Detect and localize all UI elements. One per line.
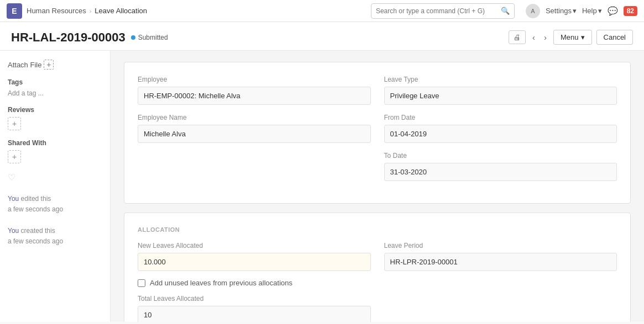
leave-period-input[interactable]: HR-LPR-2019-00001 [384, 253, 617, 271]
new-leaves-group: New Leaves Allocated 10.000 Add unused l… [138, 242, 371, 322]
add-review-button[interactable]: + [8, 117, 21, 130]
activity-actor-1: You [8, 195, 19, 203]
employee-label: Employee [138, 76, 371, 83]
add-unused-checkbox[interactable] [138, 279, 145, 287]
status-badge: Submitted [131, 34, 168, 41]
allocation-card: ALLOCATION New Leaves Allocated 10.000 A… [124, 213, 631, 322]
cancel-button[interactable]: Cancel [596, 30, 633, 45]
search-input[interactable] [376, 7, 498, 15]
add-unused-label: Add unused leaves from previous allocati… [150, 279, 292, 287]
to-date-group: To Date 31-03-2020 [384, 152, 617, 181]
tags-title: Tags [8, 78, 102, 86]
add-shared-button[interactable]: + [8, 150, 21, 163]
menu-button[interactable]: Menu ▾ [553, 30, 592, 45]
main-form-card: Employee HR-EMP-00002: Michelle Alva Lea… [124, 62, 631, 204]
breadcrumb: Human Resources › Leave Allocation [27, 7, 147, 15]
leave-type-label: Leave Type [384, 76, 617, 83]
breadcrumb-chevron-1: › [90, 8, 92, 14]
total-leaves-input: 10 [138, 306, 371, 322]
breadcrumb-current: Leave Allocation [95, 7, 147, 15]
attach-plus-icon[interactable]: + [44, 60, 54, 70]
page-header-left: HR-LAL-2019-00003 Submitted [11, 30, 168, 45]
heart-icon[interactable]: ♡ [8, 173, 15, 182]
activity-item-2: You created this a few seconds ago [8, 226, 102, 247]
status-dot [131, 35, 135, 40]
from-date-label: From Date [384, 114, 617, 121]
empty-group [138, 152, 371, 181]
main-layout: Attach File + Tags Add a tag ... Reviews… [0, 51, 644, 322]
content-area: Employee HR-EMP-00002: Michelle Alva Lea… [111, 51, 644, 322]
activity-time-1: a few seconds ago [8, 205, 63, 213]
activity-action-2: created this [21, 227, 55, 235]
leave-type-group: Leave Type Privilege Leave [384, 76, 617, 105]
reviews-title: Reviews [8, 106, 102, 114]
total-leaves-label: Total Leaves Allocated [138, 295, 371, 302]
page-header: HR-LAL-2019-00003 Submitted 🖨 ‹ › Menu ▾… [0, 22, 644, 51]
heart-icon-container: ♡ [8, 172, 102, 183]
page-header-right: 🖨 ‹ › Menu ▾ Cancel [509, 30, 633, 45]
new-leaves-label: New Leaves Allocated [138, 242, 371, 249]
topnav-right: A Settings ▾ Help ▾ 💬 82 [526, 4, 637, 18]
new-leaves-input[interactable]: 10.000 [138, 253, 371, 271]
status-text: Submitted [138, 34, 168, 41]
menu-chevron-icon: ▾ [581, 33, 585, 41]
activity-item-1: You edited this a few seconds ago [8, 194, 102, 215]
prev-button[interactable]: ‹ [530, 30, 537, 44]
activity-actor-2: You [8, 227, 19, 235]
form-row-1: Employee HR-EMP-00002: Michelle Alva Lea… [138, 76, 617, 105]
add-tag-button[interactable]: Add a tag ... [8, 89, 102, 97]
leave-period-label: Leave Period [384, 242, 617, 249]
tags-section: Tags Add a tag ... [8, 78, 102, 97]
avatar: A [526, 4, 540, 18]
activity-time-2: a few seconds ago [8, 237, 63, 245]
employee-name-group: Employee Name Michelle Alva [138, 114, 371, 143]
help-button[interactable]: Help ▾ [582, 7, 602, 15]
search-bar[interactable]: 🔍 [371, 3, 515, 19]
topnav: E Human Resources › Leave Allocation 🔍 A… [0, 0, 644, 22]
notifications-icon[interactable]: 💬 [608, 6, 618, 16]
reviews-section: Reviews + [8, 106, 102, 130]
search-icon: 🔍 [501, 7, 510, 15]
breadcrumb-parent[interactable]: Human Resources [27, 7, 86, 15]
to-date-input[interactable]: 31-03-2020 [384, 163, 617, 181]
page-title: HR-LAL-2019-00003 [11, 30, 125, 45]
employee-input[interactable]: HR-EMP-00002: Michelle Alva [138, 87, 371, 105]
form-row-2: Employee Name Michelle Alva From Date 01… [138, 114, 617, 143]
employee-group: Employee HR-EMP-00002: Michelle Alva [138, 76, 371, 105]
allocation-section-title: ALLOCATION [138, 226, 617, 233]
shared-with-title: Shared With [8, 139, 102, 147]
notification-badge[interactable]: 82 [624, 6, 637, 16]
activity-log: You edited this a few seconds ago You cr… [8, 194, 102, 247]
leave-period-group: Leave Period HR-LPR-2019-00001 [384, 242, 617, 322]
employee-name-input[interactable]: Michelle Alva [138, 125, 371, 143]
attach-file-label: Attach File [8, 61, 41, 69]
sidebar: Attach File + Tags Add a tag ... Reviews… [0, 51, 111, 322]
allocation-row-1: New Leaves Allocated 10.000 Add unused l… [138, 242, 617, 322]
from-date-group: From Date 01-04-2019 [384, 114, 617, 143]
settings-button[interactable]: Settings ▾ [546, 7, 577, 15]
next-button[interactable]: › [542, 30, 549, 44]
add-unused-row: Add unused leaves from previous allocati… [138, 279, 371, 287]
employee-name-label: Employee Name [138, 114, 371, 121]
form-row-3: To Date 31-03-2020 [138, 152, 617, 181]
print-button[interactable]: 🖨 [509, 30, 526, 44]
leave-type-input[interactable]: Privilege Leave [384, 87, 617, 105]
from-date-input[interactable]: 01-04-2019 [384, 125, 617, 143]
attach-file-button[interactable]: Attach File + [8, 60, 102, 70]
activity-action-1: edited this [21, 195, 51, 203]
to-date-label: To Date [384, 152, 617, 160]
app-logo[interactable]: E [7, 3, 22, 19]
shared-with-section: Shared With + [8, 139, 102, 163]
